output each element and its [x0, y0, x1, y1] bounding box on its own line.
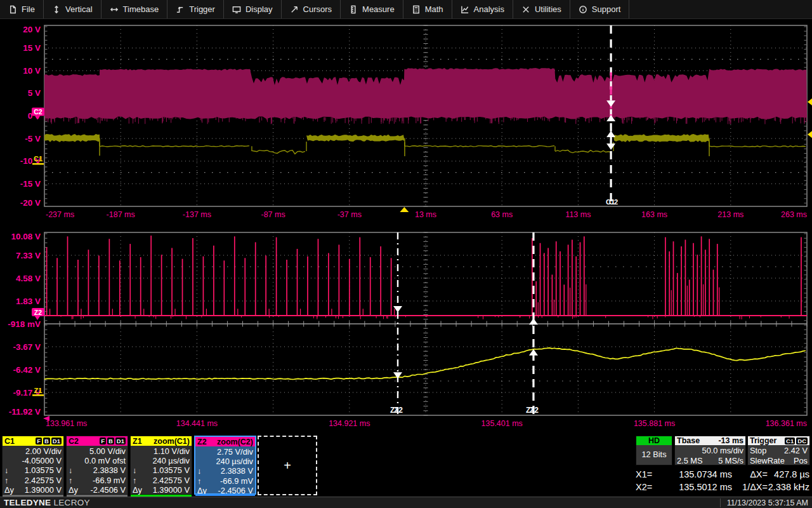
menu-item-display[interactable]: Display [224, 0, 282, 18]
descriptor-row: 0.0 mV ofst [69, 456, 126, 465]
file-icon [8, 5, 17, 14]
chart-icon [461, 5, 469, 14]
svg-text:-5 V: -5 V [25, 134, 41, 144]
trigger-level-marker[interactable] [808, 131, 812, 138]
descriptor-row: ↓1.03575 V [133, 465, 190, 475]
menu-item-vertical[interactable]: Vertical [44, 0, 102, 18]
trace-name: Z1 [133, 437, 142, 446]
menu-item-trigger[interactable]: Trigger [167, 0, 224, 18]
descriptor-row: 1.10 V/div [133, 446, 190, 456]
timebase-box[interactable]: Tbase-13 ms50.0 ms/div2.5 MS5 MS/s [674, 436, 746, 465]
svg-text:136.361 ms: 136.361 ms [766, 419, 807, 428]
svg-text:163 ms: 163 ms [641, 210, 667, 219]
menu-item-label: Utilities [535, 4, 561, 14]
clock: 11/13/2023 5:37:15 AM [720, 498, 808, 507]
descriptor-row: ↑2.42575 V [133, 476, 190, 485]
descriptor-z2[interactable]: Z2zoom(C2)2.75 V/div240 µs/div↓2.3838 V↑… [194, 436, 256, 495]
brand-logo: TELEDYNE LECROY [4, 498, 90, 507]
svg-text:-6.42 V: -6.42 V [13, 365, 41, 375]
tools-icon [521, 5, 530, 14]
menu-item-support[interactable]: Support [570, 0, 630, 18]
cursor-arrow-icon [290, 5, 299, 14]
zoom-x-axis: 133.961 ms134.441 ms134.921 ms135.401 ms… [46, 419, 807, 428]
trigger-box[interactable]: TriggerC1DCStop2.42 VSlewRatePos [747, 436, 810, 465]
svg-text:C2: C2 [609, 198, 618, 206]
svg-text:-37 ms: -37 ms [337, 210, 362, 219]
descriptor-header: Z1zoom(C1) [131, 436, 192, 446]
hd-mode-box[interactable]: HD12 Bits [636, 436, 672, 465]
svg-text:-20 V: -20 V [20, 198, 41, 208]
menu-item-math[interactable]: Math [403, 0, 452, 18]
svg-text:63 ms: 63 ms [491, 210, 513, 219]
trigger-badge-dc: DC [796, 438, 808, 444]
hd-label: HD [636, 436, 672, 445]
menu-item-label: Timebase [123, 4, 159, 14]
menu-item-label: Vertical [65, 4, 93, 14]
tbase-scale: 50.0 ms/div [702, 446, 743, 456]
descriptor-row: 5.00 V/div [69, 446, 126, 456]
svg-text:Z2: Z2 [530, 406, 539, 415]
horizontal-arrows-icon [110, 5, 119, 14]
menu-item-measure[interactable]: Measure [341, 0, 403, 18]
menu-item-timebase[interactable]: Timebase [102, 0, 168, 18]
trace-name: C2 [69, 437, 79, 446]
menu-item-cursors[interactable]: Cursors [282, 0, 341, 18]
trace-marker-z2[interactable]: Z2 [32, 308, 44, 320]
svg-text:133.961 ms: 133.961 ms [46, 419, 87, 428]
calculator-icon [412, 5, 421, 14]
svg-text:4.58 V: 4.58 V [16, 274, 41, 283]
tbase-samples: 2.5 MS [677, 456, 703, 466]
status-bar: TELEDYNE LECROY 11/13/2023 5:37:15 AM [0, 497, 812, 508]
menu-item-label: Support [592, 4, 621, 14]
trace-z1 [44, 348, 806, 380]
trace-marker-z1[interactable]: Z1 [32, 387, 44, 396]
svg-text:263 ms: 263 ms [781, 210, 807, 219]
svg-text:134.441 ms: 134.441 ms [176, 419, 218, 428]
svg-text:15 V: 15 V [23, 43, 41, 53]
svg-text:C2: C2 [34, 108, 43, 116]
svg-text:135.401 ms: 135.401 ms [481, 419, 523, 428]
trace-c1 [44, 134, 806, 156]
trigger-edge-icon [176, 5, 185, 14]
menu-item-label: Analysis [474, 4, 504, 14]
svg-text:10 V: 10 V [23, 66, 41, 76]
add-trace-box[interactable]: + [258, 436, 317, 495]
display-icon [232, 5, 241, 14]
descriptor-row: ↑-66.9 mV [69, 476, 126, 485]
descriptor-z1[interactable]: Z1zoom(C1)1.10 V/div240 µs/div↓1.03575 V… [130, 436, 192, 495]
menu-item-analysis[interactable]: Analysis [452, 0, 513, 18]
tbase-delay: -13 ms [718, 436, 743, 445]
trigger-mode: Stop [750, 446, 766, 456]
menu-item-label: Display [246, 4, 273, 14]
descriptor-row: 2.00 V/div [4, 446, 62, 456]
trigger-level-marker[interactable] [808, 98, 812, 105]
descriptor-row: 2.75 V/div [197, 447, 253, 457]
svg-text:13 ms: 13 ms [415, 210, 436, 219]
svg-text:-137 ms: -137 ms [183, 210, 211, 219]
trace-name: C1 [4, 437, 15, 446]
cursor-readout-row: X1=135.0734 msΔX=427.8 µs [636, 468, 811, 481]
badge-f: F [100, 438, 106, 444]
trace-marker-c1[interactable]: C1 [32, 155, 44, 164]
badge-d1: D1 [51, 438, 62, 444]
svg-text:-15 V: -15 V [20, 179, 41, 189]
waveform-display[interactable]: C1C2Z1Z2Z1Z220 V15 V10 V5 V0 V-5 V-10 V-… [0, 0, 812, 508]
menu-item-label: Trigger [189, 4, 215, 14]
menu-item-file[interactable]: File [0, 0, 44, 18]
menu-item-label: File [22, 4, 35, 14]
svg-text:20 V: 20 V [23, 25, 41, 34]
menu-item-label: Math [425, 4, 443, 14]
descriptor-header: C1FBD1 [3, 436, 63, 446]
measure-icon [349, 5, 358, 14]
descriptor-header: C2FBD1 [67, 436, 128, 446]
menu-bar: FileVerticalTimebaseTriggerDisplayCursor… [0, 0, 812, 19]
cursor-readout-row: X2=135.5012 ms1/ΔX=2.338 kHz [636, 481, 811, 493]
descriptor-c2[interactable]: C2FBD15.00 V/div0.0 mV ofst↓2.3838 V↑-66… [66, 436, 128, 495]
svg-text:Z2: Z2 [34, 309, 42, 316]
menu-item-utilities[interactable]: Utilities [513, 0, 570, 18]
badge-b: B [43, 438, 50, 444]
svg-text:134.921 ms: 134.921 ms [329, 419, 370, 428]
trigger-time-marker[interactable] [400, 207, 409, 212]
descriptor-c1[interactable]: C1FBD12.00 V/div-4.05000 V↓1.03575 V↑2.4… [2, 436, 64, 495]
descriptor-row: 240 µs/div [197, 457, 253, 466]
